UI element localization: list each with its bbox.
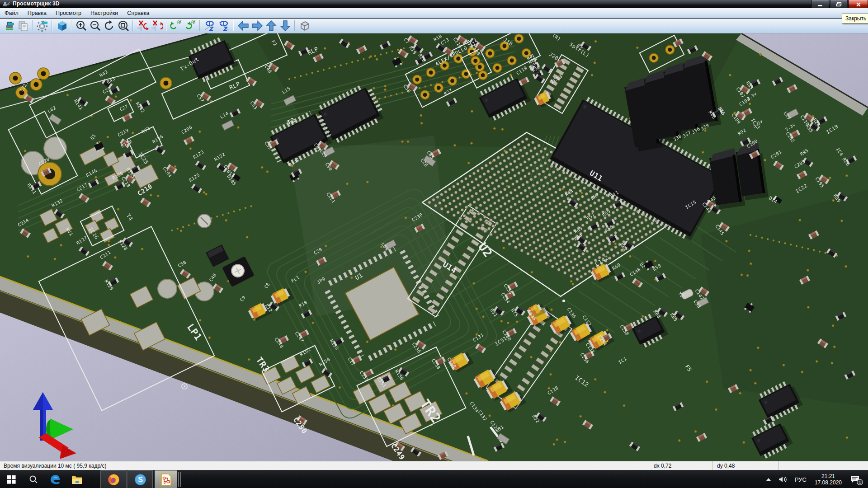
volume-icon[interactable]: [778, 476, 788, 483]
desktop: Просмотрщик 3D Закрыть ФайлПравкаПросмот…: [0, 0, 868, 488]
minimize-button[interactable]: [811, 0, 829, 9]
copy-image-icon[interactable]: [16, 19, 30, 33]
zoom-out-icon[interactable]: [88, 19, 102, 33]
reload-board-icon[interactable]: [2, 19, 16, 33]
tray-chevron-icon[interactable]: [766, 478, 771, 481]
redraw-icon[interactable]: [102, 19, 116, 33]
status-dx: dx 0,72: [649, 461, 712, 470]
menu-item-help[interactable]: Справка: [123, 9, 154, 17]
status-dy: dy 0,48: [712, 461, 778, 470]
menu-item-preferences[interactable]: Настройки: [86, 9, 123, 17]
toolbar-separator: [71, 20, 72, 31]
app-icon: [3, 1, 10, 7]
svg-text:S: S: [138, 476, 143, 483]
status-empty-pane: [778, 461, 868, 470]
rotate-y-pos-icon[interactable]: Y: [183, 19, 197, 33]
skype-icon[interactable]: S: [127, 470, 153, 488]
zoom-in-icon[interactable]: [74, 19, 88, 33]
render-time-status: Время визуализации 10 мс ( 95,9 кадр/с): [4, 463, 106, 469]
window-titlebar[interactable]: Просмотрщик 3D: [0, 0, 868, 8]
menu-bar: ФайлПравкаПросмотрНастройкиСправка: [0, 8, 868, 18]
render-3d-cube-icon[interactable]: [55, 19, 69, 33]
toolbar-separator: [166, 20, 167, 31]
toolbar-separator: [52, 20, 52, 31]
toolbar: YY: [0, 19, 868, 33]
pan-up-icon[interactable]: [264, 19, 278, 33]
firefox-icon[interactable]: [100, 470, 127, 488]
close-button[interactable]: [849, 0, 868, 9]
tray-clock[interactable]: 21:21 17.08.2020: [815, 473, 842, 486]
notification-center-icon[interactable]: 1: [850, 475, 860, 484]
kicad-3d-viewer-icon[interactable]: [155, 470, 177, 488]
tray-time: 21:21: [815, 473, 842, 479]
status-bar: Время визуализации 10 мс ( 95,9 кадр/с) …: [0, 461, 868, 470]
toolbar-separator: [233, 20, 234, 31]
pan-down-icon[interactable]: [278, 19, 292, 33]
notification-badge: 1: [859, 480, 861, 484]
menu-item-view[interactable]: Просмотр: [51, 9, 86, 17]
viewport-3d[interactable]: U2U14U11TR2TR3LP1RLPRLPT2U1C249C250Tx-Ou…: [0, 33, 868, 461]
toolbar-separator: [294, 20, 295, 31]
window-title: Просмотрщик 3D: [13, 0, 60, 7]
maximize-button[interactable]: [830, 0, 848, 9]
axis-gizmo: [33, 392, 76, 459]
rotate-x-neg-icon[interactable]: [136, 19, 150, 33]
taskbar: S РУС 21:21 17.08.2020 1: [0, 470, 868, 488]
rotate-z-neg-icon[interactable]: [203, 19, 217, 33]
start-button[interactable]: [0, 470, 23, 488]
show-desktop-button[interactable]: [865, 470, 868, 488]
rotate-x-pos-icon[interactable]: [150, 19, 164, 33]
toolbar-separator: [132, 20, 133, 31]
zoom-fit-icon[interactable]: [116, 19, 130, 33]
pan-left-icon[interactable]: [236, 19, 250, 33]
settings-gear-icon[interactable]: [35, 19, 49, 33]
pan-right-icon[interactable]: [250, 19, 264, 33]
menu-item-edit[interactable]: Правка: [23, 9, 51, 17]
pcb-3d-view[interactable]: U2U14U11TR2TR3LP1RLPRLPT2U1C249C250Tx-Ou…: [0, 33, 868, 461]
system-tray: РУС 21:21 17.08.2020 1: [762, 470, 868, 488]
toolbar-separator: [32, 20, 33, 31]
tray-date: 17.08.2020: [815, 479, 842, 486]
close-tooltip: Закрыть: [842, 14, 868, 23]
toolbar-separator: [199, 20, 200, 31]
taskbar-window-marks: [178, 472, 181, 487]
rotate-y-neg-icon[interactable]: Y: [169, 19, 183, 33]
ortho-view-icon[interactable]: [297, 19, 311, 33]
explorer-icon[interactable]: [66, 470, 88, 488]
menu-item-file[interactable]: Файл: [0, 9, 23, 17]
language-indicator[interactable]: РУС: [795, 476, 807, 483]
rotate-z-pos-icon[interactable]: [217, 19, 231, 33]
search-icon[interactable]: [23, 470, 44, 488]
edge-icon[interactable]: [44, 470, 66, 488]
